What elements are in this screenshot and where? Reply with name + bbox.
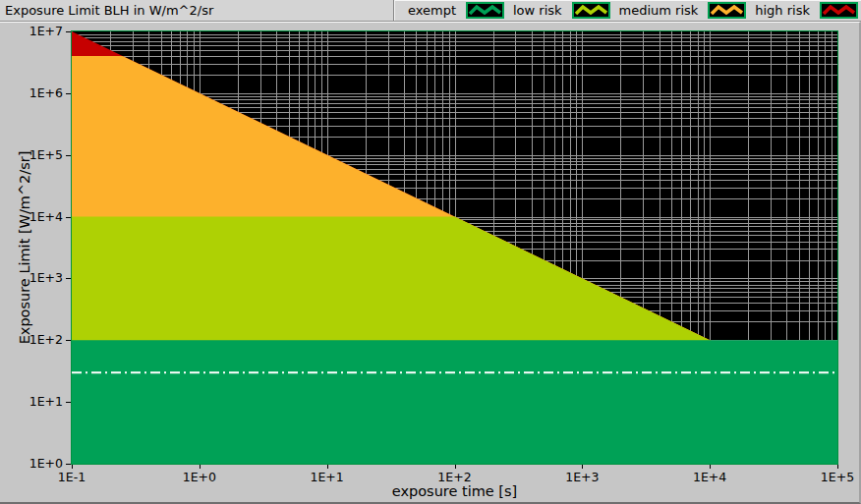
legend-item-high-risk[interactable]: high risk: [755, 2, 858, 19]
legend-waveform-icon-medium-risk[interactable]: [708, 2, 746, 19]
series-fill-exempt: [72, 340, 837, 464]
plot-legend: exemptlow riskmedium riskhigh risk: [393, 0, 861, 21]
legend-item-exempt[interactable]: exempt: [408, 2, 504, 19]
x-axis-tick-label[interactable]: 1E+5: [821, 470, 854, 484]
x-axis-tick-label[interactable]: 1E-1: [58, 470, 86, 484]
x-axis-tick-label[interactable]: 1E+0: [183, 470, 216, 484]
legend-label-medium-risk[interactable]: medium risk: [619, 3, 699, 18]
legend-waveform-icon-exempt[interactable]: [466, 2, 504, 19]
y-axis-tick-label[interactable]: 1E+6: [29, 85, 63, 100]
chart-panel: 1E-11E+01E+11E+21E+31E+41E+51E+01E+11E+2…: [0, 22, 861, 504]
legend-item-medium-risk[interactable]: medium risk: [619, 2, 747, 19]
y-axis-tick-label[interactable]: 1E+4: [29, 209, 63, 224]
y-axis-tick-label[interactable]: 1E+3: [29, 270, 63, 285]
legend-waveform-icon-high-risk[interactable]: [820, 2, 858, 19]
y-axis-tick-label[interactable]: 1E+2: [29, 332, 63, 347]
x-axis-tick-label[interactable]: 1E+2: [437, 470, 471, 484]
y-axis-tick-label[interactable]: 1E+1: [29, 394, 63, 409]
legend-item-low-risk[interactable]: low risk: [513, 2, 610, 19]
x-axis-tick-label[interactable]: 1E+1: [311, 470, 344, 484]
header-bar: Exposure Limit BLH in W/m^2/sr exemptlow…: [0, 0, 861, 22]
x-axis-tick-label[interactable]: 1E+4: [693, 470, 726, 484]
y-axis-tick-label[interactable]: 1E+0: [29, 456, 63, 471]
x-axis-title: exposure time [s]: [392, 483, 517, 499]
legend-label-high-risk[interactable]: high risk: [755, 3, 810, 18]
x-axis-tick-label[interactable]: 1E+3: [565, 470, 599, 484]
y-axis-tick-label[interactable]: 1E+7: [29, 24, 63, 38]
legend-waveform-icon-low-risk[interactable]: [572, 2, 610, 19]
app-window: Exposure Limit BLH in W/m^2/sr exemptlow…: [0, 0, 861, 504]
y-axis-title: Exposure Limit [W/m^2/sr]: [17, 151, 32, 345]
chart-title: Exposure Limit BLH in W/m^2/sr: [5, 3, 213, 18]
legend-label-low-risk[interactable]: low risk: [513, 3, 562, 18]
y-axis-tick-label[interactable]: 1E+5: [29, 147, 63, 162]
legend-label-exempt[interactable]: exempt: [408, 3, 456, 18]
risk-chart: 1E-11E+01E+11E+21E+31E+41E+51E+01E+11E+2…: [0, 23, 857, 502]
